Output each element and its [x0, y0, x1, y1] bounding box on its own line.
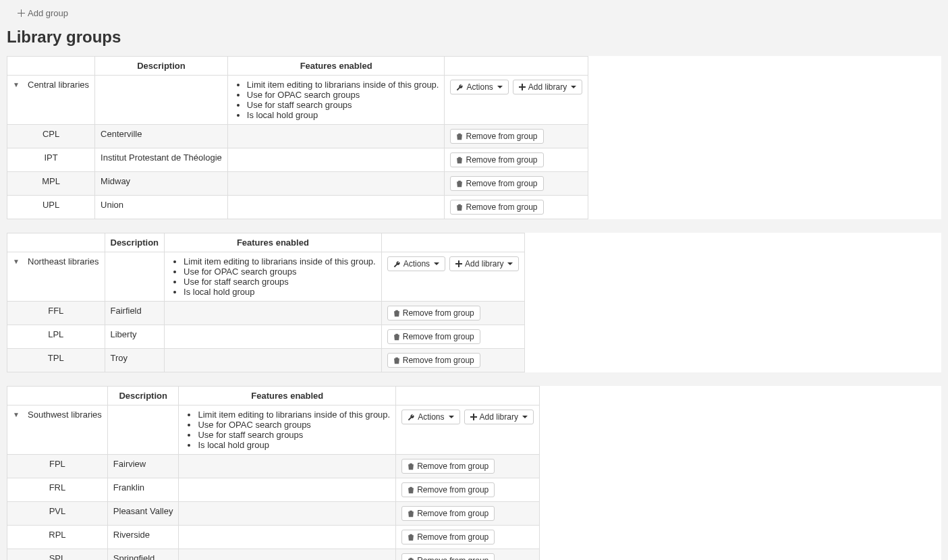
actions-button-label: Actions — [403, 259, 430, 269]
remove-button-label: Remove from group — [417, 532, 489, 542]
feature-item: Is local hold group — [198, 440, 390, 450]
remove-button[interactable]: Remove from group — [401, 482, 495, 497]
remove-button-label: Remove from group — [417, 485, 489, 495]
trash-icon — [456, 180, 463, 188]
group-features: Limit item editing to librarians inside … — [227, 76, 445, 125]
library-name: Riverside — [107, 526, 179, 549]
library-actions-cell: Remove from group — [445, 125, 588, 148]
trash-icon — [408, 534, 414, 541]
trash-icon — [393, 357, 400, 364]
library-code: TPL — [7, 349, 105, 372]
remove-button[interactable]: Remove from group — [450, 129, 543, 144]
library-code: FPL — [7, 455, 108, 478]
library-features — [227, 172, 445, 196]
add-group-button[interactable]: Add group — [7, 7, 68, 24]
trash-icon — [456, 133, 463, 140]
remove-button[interactable]: Remove from group — [401, 553, 495, 560]
col-actions-header — [381, 233, 525, 252]
library-actions-cell: Remove from group — [396, 478, 540, 502]
remove-button[interactable]: Remove from group — [401, 459, 495, 474]
feature-item: Use for staff search groups — [247, 100, 439, 110]
library-name: Franklin — [107, 478, 179, 502]
library-features — [179, 502, 396, 526]
library-actions-cell: Remove from group — [445, 196, 588, 219]
library-row: FFLFairfieldRemove from group — [7, 302, 525, 325]
feature-item: Use for OPAC search groups — [247, 90, 439, 100]
group-name: Southwest libraries — [28, 410, 102, 420]
col-actions-header — [445, 57, 588, 76]
add-library-button-label: Add library — [465, 259, 503, 269]
library-features — [227, 196, 445, 219]
remove-button[interactable]: Remove from group — [401, 506, 495, 521]
remove-button[interactable]: Remove from group — [401, 530, 495, 544]
remove-button[interactable]: Remove from group — [450, 152, 543, 167]
actions-button[interactable]: Actions — [387, 256, 445, 271]
group-panel: DescriptionFeatures enabled ▼Central lib… — [7, 56, 941, 219]
actions-button[interactable]: Actions — [450, 80, 508, 94]
group-row: ▼Northeast librariesLimit item editing t… — [7, 252, 525, 302]
remove-button-label: Remove from group — [466, 202, 537, 212]
feature-item: Use for staff search groups — [184, 277, 376, 287]
trash-icon — [408, 557, 414, 561]
library-row: FPLFairviewRemove from group — [7, 455, 540, 478]
library-actions-cell: Remove from group — [445, 172, 588, 196]
library-features — [165, 325, 382, 349]
library-code: FRL — [7, 478, 108, 502]
feature-item: Is local hold group — [247, 110, 439, 120]
group-description — [95, 76, 228, 125]
feature-item: Limit item editing to librarians inside … — [198, 410, 390, 420]
feature-item: Use for OPAC search groups — [184, 267, 376, 277]
library-features — [179, 478, 396, 502]
remove-button[interactable]: Remove from group — [387, 306, 480, 320]
remove-button[interactable]: Remove from group — [450, 176, 543, 191]
feature-item: Use for OPAC search groups — [198, 420, 390, 430]
trash-icon — [393, 333, 400, 341]
col-features-header: Features enabled — [227, 57, 445, 76]
group-features: Limit item editing to librarians inside … — [165, 252, 382, 302]
library-code: FFL — [7, 302, 105, 325]
plus-icon — [18, 9, 25, 17]
library-actions-cell: Remove from group — [396, 455, 540, 478]
remove-button-label: Remove from group — [403, 332, 474, 341]
col-name-header — [7, 233, 105, 252]
caret-down-icon — [434, 262, 439, 265]
remove-button[interactable]: Remove from group — [387, 353, 480, 368]
library-name: Fairview — [107, 455, 179, 478]
actions-button[interactable]: Actions — [401, 410, 459, 424]
group-name-cell: ▼Northeast libraries — [7, 252, 105, 302]
library-actions-cell: Remove from group — [381, 349, 525, 372]
remove-button[interactable]: Remove from group — [387, 329, 480, 344]
collapse-toggle-icon[interactable]: ▼ — [13, 411, 21, 418]
library-name: Union — [95, 196, 228, 219]
col-name-header — [7, 387, 108, 405]
add-library-button[interactable]: Add library — [449, 256, 519, 271]
remove-button-label: Remove from group — [403, 308, 474, 318]
library-features — [179, 526, 396, 549]
remove-button[interactable]: Remove from group — [450, 200, 543, 215]
group-table: DescriptionFeatures enabled ▼Central lib… — [7, 56, 588, 219]
library-row: TPLTroyRemove from group — [7, 349, 525, 372]
library-code: CPL — [7, 125, 95, 148]
trash-icon — [408, 463, 414, 470]
library-row: SPLSpringfieldRemove from group — [7, 549, 540, 561]
caret-down-icon — [507, 262, 513, 265]
group-description — [105, 252, 165, 302]
col-features-header: Features enabled — [179, 387, 396, 405]
group-table: DescriptionFeatures enabled ▼Southwest l… — [7, 386, 540, 560]
library-code: LPL — [7, 325, 105, 349]
collapse-toggle-icon[interactable]: ▼ — [13, 81, 21, 88]
add-library-button[interactable]: Add library — [513, 80, 582, 94]
library-row: IPTInstitut Protestant de ThéologieRemov… — [7, 148, 588, 172]
collapse-toggle-icon[interactable]: ▼ — [13, 258, 21, 265]
col-description-header: Description — [95, 57, 228, 76]
library-row: RPLRiversideRemove from group — [7, 526, 540, 549]
actions-button-label: Actions — [418, 412, 444, 422]
library-row: PVLPleasant ValleyRemove from group — [7, 502, 540, 526]
plus-icon — [455, 260, 462, 267]
remove-button-label: Remove from group — [403, 356, 474, 365]
add-group-label: Add group — [28, 8, 68, 18]
library-row: FRLFranklinRemove from group — [7, 478, 540, 502]
group-panel: DescriptionFeatures enabled ▼Southwest l… — [7, 386, 941, 560]
add-library-button[interactable]: Add library — [464, 410, 534, 424]
trash-icon — [408, 486, 414, 494]
